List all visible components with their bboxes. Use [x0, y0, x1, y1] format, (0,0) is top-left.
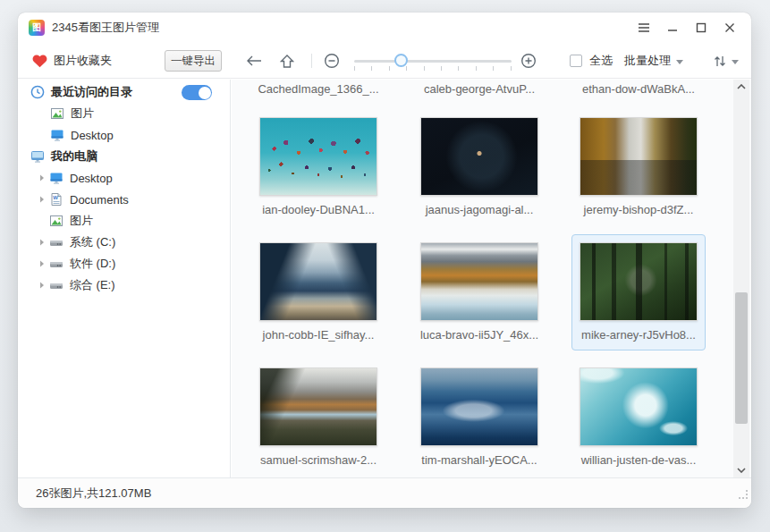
sidebar-item-pictures[interactable]: 图片: [18, 210, 230, 232]
clock-icon: [30, 85, 45, 99]
scroll-up-icon[interactable]: [733, 80, 749, 94]
window-controls: [630, 13, 744, 43]
sidebar-item-recent-desktop[interactable]: Desktop: [18, 124, 230, 146]
document-icon: W: [49, 192, 63, 207]
zoom-slider-thumb[interactable]: [394, 54, 408, 67]
close-icon[interactable]: [715, 15, 744, 40]
scrollbar-thumb[interactable]: [735, 292, 748, 424]
partial-filename: ethan-dow-dWaBkA...: [571, 82, 706, 96]
title-bar: 图 2345看图王图片管理: [18, 13, 751, 43]
batch-process-dropdown[interactable]: 批量处理: [624, 43, 683, 79]
thumbnail-autumn-lake[interactable]: [580, 117, 698, 196]
expand-arrow-icon[interactable]: [38, 259, 47, 268]
status-bar: 26张图片,共121.07MB: [18, 477, 751, 508]
sidebar-item-recent-pictures[interactable]: 图片: [18, 103, 230, 124]
recent-toggle[interactable]: [182, 85, 212, 100]
image-cell[interactable]: luca-bravo-ii5JY_46x...: [412, 234, 546, 350]
status-text: 26张图片,共121.07MB: [36, 486, 151, 502]
monitor-icon: [49, 171, 63, 185]
sidebar-item-drive-e[interactable]: 综合 (E:): [18, 274, 230, 296]
image-cell[interactable]: samuel-scrimshaw-2...: [251, 359, 385, 476]
image-cell[interactable]: jeremy-bishop-d3fZ...: [571, 109, 706, 225]
vertical-scrollbar[interactable]: [733, 80, 749, 477]
thumbnail-forest[interactable]: [580, 242, 698, 321]
sidebar-item-documents[interactable]: W Documents: [18, 189, 230, 210]
image-cell-selected[interactable]: mike-arney-rJ5vHo8...: [571, 234, 706, 350]
image-cell[interactable]: jaanus-jagomagi-al...: [412, 109, 546, 225]
filename: ian-dooley-DuBNA1...: [252, 203, 385, 216]
select-all-checkbox[interactable]: [570, 55, 582, 67]
filename: mike-arney-rJ5vHo8...: [572, 328, 705, 342]
computer-icon: [30, 149, 45, 164]
chevron-down-icon: [732, 60, 739, 64]
sort-dropdown[interactable]: [714, 43, 739, 79]
app-logo-icon: 图: [29, 20, 45, 36]
svg-text:W: W: [53, 195, 58, 200]
maximize-icon[interactable]: [687, 15, 715, 40]
thumbnail-alpine-autumn[interactable]: [420, 242, 538, 321]
zoom-in-button[interactable]: [520, 43, 537, 79]
thumbnail-floating-person[interactable]: [420, 117, 538, 196]
image-cell[interactable]: willian-justen-de-vas...: [571, 359, 706, 476]
thumbnail-grid: CachedImage_1366_... caleb-george-AtvuP.…: [232, 80, 751, 477]
heart-icon: [32, 55, 47, 68]
chevron-down-icon: [676, 60, 683, 64]
partial-filename: CachedImage_1366_...: [251, 82, 385, 96]
sidebar: 最近访问的目录 图片 Desktop 我的电脑 Desktop W Docume…: [18, 80, 231, 477]
toggle-knob: [199, 87, 211, 99]
picture-icon: [49, 214, 63, 228]
scroll-down-icon[interactable]: [733, 463, 749, 477]
filename: tim-marshall-yEOCA...: [413, 453, 546, 467]
resize-grip[interactable]: [739, 497, 740, 499]
select-all-group[interactable]: 全选: [570, 43, 613, 79]
minimize-icon[interactable]: [658, 15, 687, 40]
image-cell[interactable]: ian-dooley-DuBNA1...: [251, 109, 385, 225]
app-window: 图 2345看图王图片管理 图片收藏夹 一键导出: [18, 13, 751, 508]
select-all-label: 全选: [589, 53, 613, 69]
favorites-label: 图片收藏夹: [54, 53, 112, 69]
filename: willian-justen-de-vas...: [572, 453, 705, 467]
partial-filename: caleb-george-AtvuP...: [412, 82, 546, 96]
up-home-button[interactable]: [279, 43, 295, 79]
filename: samuel-scrimshaw-2...: [252, 453, 385, 467]
toolbar-divider: [311, 54, 312, 68]
drive-icon: [49, 257, 63, 271]
expand-arrow-icon[interactable]: [38, 173, 47, 182]
sidebar-recent-header[interactable]: 最近访问的目录: [18, 81, 230, 103]
back-button[interactable]: [245, 43, 263, 79]
monitor-icon: [50, 128, 64, 142]
zoom-slider-ticks: [354, 66, 512, 71]
thumbnail-jellyfish[interactable]: [580, 367, 698, 446]
filename: john-cobb-IE_sifhay...: [252, 328, 385, 342]
sidebar-computer-header[interactable]: 我的电脑: [18, 146, 230, 167]
thumbnail-fjord-mountains[interactable]: [259, 242, 377, 321]
sidebar-item-desktop[interactable]: Desktop: [18, 167, 230, 189]
drive-icon: [49, 278, 63, 292]
drive-icon: [49, 235, 63, 249]
zoom-slider-track[interactable]: [354, 60, 512, 63]
expand-arrow-icon[interactable]: [38, 238, 47, 247]
filename: jeremy-bishop-d3fZ...: [572, 203, 705, 216]
favorites-group[interactable]: 图片收藏夹: [32, 43, 112, 79]
sidebar-item-drive-c[interactable]: 系统 (C:): [18, 232, 230, 253]
thumbnail-ocean-wave[interactable]: [420, 367, 538, 446]
image-cell[interactable]: tim-marshall-yEOCA...: [412, 359, 546, 476]
thumbnail-balloons[interactable]: [259, 117, 377, 196]
filename: luca-bravo-ii5JY_46x...: [413, 328, 546, 342]
thumbnail-mountain-clouds[interactable]: [259, 367, 377, 446]
export-button[interactable]: 一键导出: [165, 50, 222, 72]
zoom-out-button[interactable]: [324, 43, 340, 79]
expand-arrow-icon[interactable]: [38, 195, 47, 204]
expand-arrow-icon[interactable]: [38, 281, 47, 290]
filename: jaanus-jagomagi-al...: [413, 203, 546, 216]
menu-icon[interactable]: [630, 15, 658, 40]
picture-icon: [50, 106, 64, 121]
sort-icon: [714, 55, 726, 68]
batch-process-label: 批量处理: [624, 53, 671, 69]
window-title: 2345看图王图片管理: [52, 20, 159, 36]
toolbar: 图片收藏夹 一键导出 全选 批量处理: [18, 43, 751, 79]
image-cell[interactable]: john-cobb-IE_sifhay...: [251, 234, 385, 350]
sidebar-item-drive-d[interactable]: 软件 (D:): [18, 253, 230, 274]
